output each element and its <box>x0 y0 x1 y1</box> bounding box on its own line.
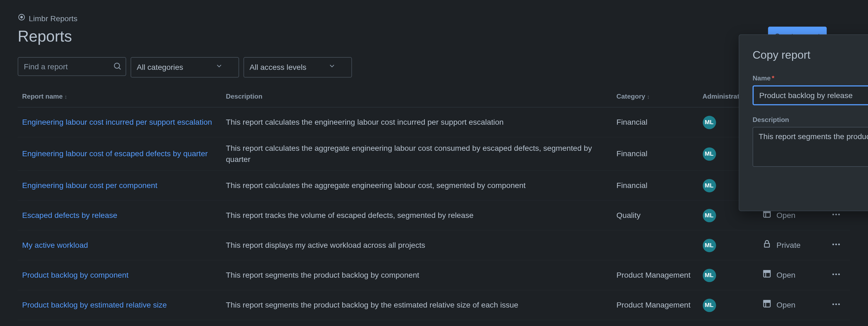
dialog-title: Copy report <box>752 47 868 62</box>
description-textarea[interactable] <box>752 127 868 166</box>
name-input[interactable] <box>752 85 868 105</box>
modal-overlay: Copy report Name* Description Create Can… <box>0 0 868 326</box>
name-field-label: Name* <box>752 74 868 83</box>
required-marker: * <box>772 74 774 82</box>
description-field-label: Description <box>752 115 868 125</box>
copy-report-dialog: Copy report Name* Description Create Can… <box>739 34 868 211</box>
